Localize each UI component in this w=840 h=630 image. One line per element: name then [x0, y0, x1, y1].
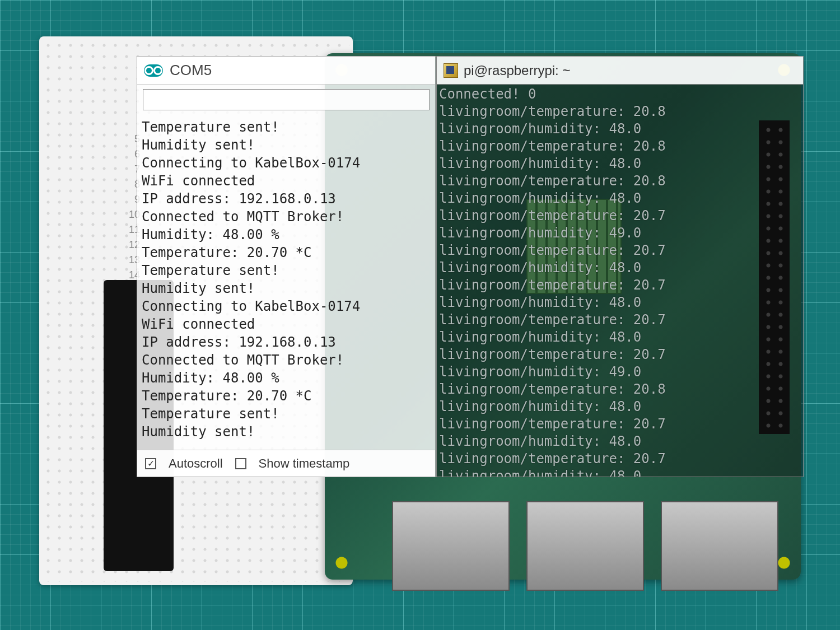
- serial-output[interactable]: Temperature sent!Humidity sent!Connectin…: [137, 115, 435, 450]
- usb-port-a: [526, 501, 644, 591]
- usb-port-b: [661, 501, 778, 591]
- serial-line: Temperature sent!: [142, 262, 431, 279]
- terminal-line: livingroom/humidity: 49.0: [439, 363, 801, 381]
- terminal-line: livingroom/temperature: 20.7: [439, 311, 801, 329]
- terminal-line: livingroom/temperature: 20.8: [439, 103, 801, 120]
- terminal-line: livingroom/temperature: 20.7: [439, 277, 801, 294]
- arduino-icon: [144, 64, 163, 77]
- terminal-line: livingroom/humidity: 48.0: [439, 398, 801, 416]
- autoscroll-checkbox[interactable]: ✓: [145, 458, 156, 469]
- serial-line: IP address: 192.168.0.13: [142, 190, 431, 208]
- terminal-title: pi@raspberrypi: ~: [464, 63, 570, 78]
- terminal-line: livingroom/temperature: 20.7: [439, 242, 801, 259]
- terminal-line: livingroom/temperature: 20.8: [439, 138, 801, 155]
- terminal-line: livingroom/temperature: 20.7: [439, 450, 801, 468]
- serial-line: Humidity: 48.00 %: [142, 226, 431, 244]
- serial-line: Temperature: 20.70 *C: [142, 244, 431, 262]
- serial-input-row: [137, 85, 435, 115]
- terminal-line: livingroom/temperature: 20.7: [439, 416, 801, 433]
- serial-monitor-window: COM5 Temperature sent!Humidity sent!Conn…: [137, 56, 436, 477]
- terminal-line: livingroom/humidity: 49.0: [439, 225, 801, 242]
- timestamp-checkbox[interactable]: [235, 458, 246, 469]
- serial-line: Humidity: 48.00 %: [142, 369, 431, 387]
- serial-footer: ✓ Autoscroll Show timestamp: [137, 450, 435, 477]
- terminal-line: livingroom/humidity: 48.0: [439, 329, 801, 346]
- terminal-output[interactable]: Connected! 0livingroom/temperature: 20.8…: [437, 85, 803, 477]
- serial-line: Temperature: 20.70 *C: [142, 387, 431, 405]
- serial-line: Temperature sent!: [142, 118, 431, 136]
- serial-line: Temperature sent!: [142, 405, 431, 423]
- terminal-line: livingroom/temperature: 20.7: [439, 346, 801, 363]
- terminal-line: livingroom/humidity: 48.0: [439, 294, 801, 311]
- serial-line: WiFi connected: [142, 315, 431, 333]
- terminal-line: livingroom/humidity: 48.0: [439, 468, 801, 477]
- terminal-line: livingroom/temperature: 20.8: [439, 172, 801, 190]
- terminal-line: livingroom/humidity: 48.0: [439, 120, 801, 138]
- terminal-line: livingroom/temperature: 20.7: [439, 207, 801, 225]
- serial-line: Connected to MQTT Broker!: [142, 208, 431, 226]
- serial-line: Connected to MQTT Broker!: [142, 351, 431, 369]
- serial-line: IP address: 192.168.0.13: [142, 333, 431, 351]
- serial-line: Humidity sent!: [142, 279, 431, 297]
- serial-send-input[interactable]: [143, 89, 430, 110]
- terminal-line: Connected! 0: [439, 86, 801, 103]
- ethernet-port: [392, 501, 510, 591]
- timestamp-label: Show timestamp: [259, 456, 350, 471]
- autoscroll-label: Autoscroll: [169, 456, 223, 471]
- serial-line: Humidity sent!: [142, 136, 431, 154]
- terminal-window: pi@raspberrypi: ~ Connected! 0livingroom…: [436, 56, 804, 477]
- terminal-line: livingroom/humidity: 48.0: [439, 433, 801, 450]
- terminal-line: livingroom/temperature: 20.8: [439, 381, 801, 398]
- serial-line: WiFi connected: [142, 172, 431, 190]
- putty-icon: [444, 63, 458, 78]
- serial-monitor-title: COM5: [170, 62, 212, 79]
- serial-monitor-titlebar[interactable]: COM5: [137, 57, 435, 85]
- serial-line: Humidity sent!: [142, 423, 431, 441]
- serial-line: Connecting to KabelBox-0174: [142, 154, 431, 172]
- terminal-titlebar[interactable]: pi@raspberrypi: ~: [437, 57, 803, 85]
- terminal-line: livingroom/humidity: 48.0: [439, 155, 801, 172]
- serial-line: Connecting to KabelBox-0174: [142, 297, 431, 315]
- terminal-line: livingroom/humidity: 48.0: [439, 259, 801, 277]
- terminal-line: livingroom/humidity: 48.0: [439, 190, 801, 207]
